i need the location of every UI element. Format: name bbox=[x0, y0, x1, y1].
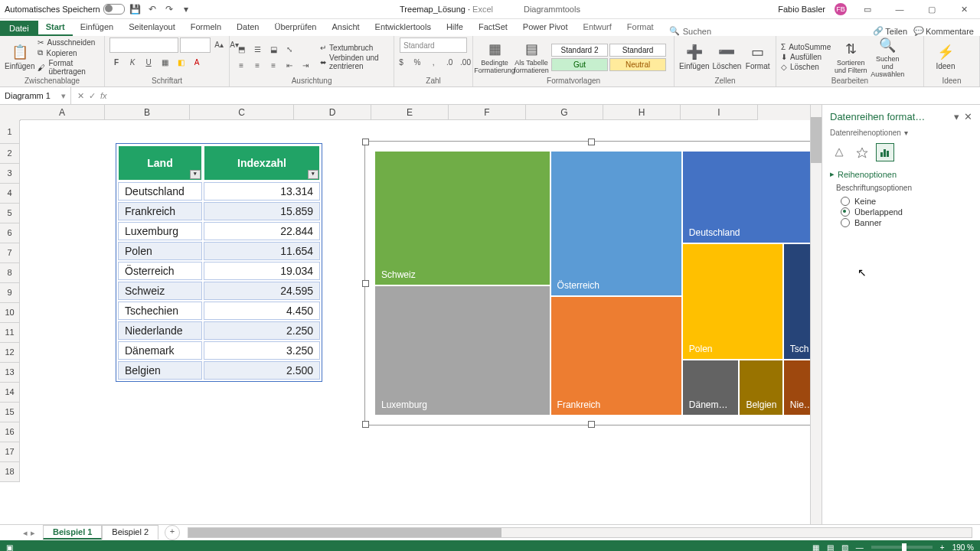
percent-icon[interactable]: % bbox=[410, 55, 424, 69]
name-box[interactable]: Diagramm 1 ▾ bbox=[0, 87, 71, 104]
orientation-icon[interactable]: ⤡ bbox=[283, 42, 296, 56]
col-header[interactable]: B bbox=[105, 105, 190, 120]
tab-power pivot[interactable]: Power Pivot bbox=[515, 19, 576, 36]
cell-land[interactable]: Polen bbox=[118, 242, 202, 260]
radio-icon[interactable] bbox=[841, 207, 850, 217]
tab-seitenlayout[interactable]: Seitenlayout bbox=[121, 19, 183, 36]
col-header[interactable]: H bbox=[603, 105, 681, 120]
filter-icon[interactable]: ▾ bbox=[190, 170, 201, 179]
table-row[interactable]: Schweiz24.595 bbox=[118, 282, 320, 300]
paste-button[interactable]: 📋Einfügen bbox=[5, 38, 34, 77]
sort-filter-button[interactable]: ⇅Sortieren und Filtern bbox=[834, 38, 867, 77]
avatar[interactable]: FB bbox=[835, 3, 847, 15]
qat-customize-icon[interactable]: ▾ bbox=[180, 3, 192, 15]
treemap-tile-polen[interactable]: Polen bbox=[682, 243, 783, 360]
col-header[interactable]: F bbox=[449, 105, 526, 120]
cell-land[interactable]: Tschechien bbox=[118, 302, 202, 320]
pane-close-icon[interactable]: ✕ bbox=[964, 111, 972, 122]
radio-icon[interactable] bbox=[841, 218, 850, 227]
table-row[interactable]: Belgien2.500 bbox=[118, 361, 320, 380]
tab-file[interactable]: Datei bbox=[0, 21, 38, 36]
align-top-icon[interactable]: ⬒ bbox=[234, 42, 248, 56]
tab-überprüfen[interactable]: Überprüfen bbox=[266, 19, 324, 36]
row-header[interactable]: 12 bbox=[0, 343, 20, 363]
bold-button[interactable]: F bbox=[109, 55, 123, 69]
row-header[interactable]: 11 bbox=[0, 323, 20, 343]
user-name[interactable]: Fabio Basler bbox=[778, 5, 825, 14]
table-row[interactable]: Polen11.654 bbox=[118, 242, 320, 260]
cell-land[interactable]: Dänemark bbox=[118, 341, 202, 360]
underline-button[interactable]: U bbox=[142, 55, 155, 69]
cell-indexzahl[interactable]: 2.250 bbox=[204, 321, 320, 340]
copy-button[interactable]: ⧉ Kopieren bbox=[38, 48, 100, 57]
treemap-tile-luxemburg[interactable]: Luxemburg bbox=[374, 285, 550, 416]
treemap-tile-dänemark[interactable]: Dänem… bbox=[682, 360, 740, 416]
toggle-off-icon[interactable] bbox=[103, 4, 125, 15]
cell-land[interactable]: Schweiz bbox=[118, 282, 202, 300]
view-normal-icon[interactable]: ▦ bbox=[812, 543, 819, 552]
view-pagelayout-icon[interactable]: ▤ bbox=[827, 543, 834, 552]
filter-icon[interactable]: ▾ bbox=[308, 170, 318, 179]
tab-daten[interactable]: Daten bbox=[229, 19, 266, 36]
row-header[interactable]: 10 bbox=[0, 303, 20, 323]
row-header[interactable]: 4 bbox=[0, 184, 20, 204]
row-header[interactable]: 14 bbox=[0, 383, 20, 403]
close-icon[interactable]: ✕ bbox=[952, 2, 975, 17]
autosave-toggle[interactable]: Automatisches Speichern bbox=[5, 4, 125, 15]
treemap-tile-belgien[interactable]: Belgien bbox=[739, 360, 782, 416]
decrease-decimal-icon[interactable]: .00 bbox=[459, 55, 472, 69]
increase-decimal-icon[interactable]: .0 bbox=[443, 55, 456, 69]
radio-überlappend[interactable]: Überlappend bbox=[841, 207, 972, 217]
zoom-in-button[interactable]: + bbox=[940, 543, 945, 552]
cell-land[interactable]: Luxemburg bbox=[118, 222, 202, 240]
col-header[interactable]: E bbox=[371, 105, 449, 120]
pane-options-icon[interactable]: ▾ bbox=[954, 111, 959, 122]
ribbon-mode-icon[interactable]: ▭ bbox=[856, 2, 879, 17]
cell-land[interactable]: Frankreich bbox=[118, 202, 202, 220]
wrap-text-button[interactable]: ↵ Textumbruch bbox=[320, 44, 389, 52]
treemap-tile-deutschland[interactable]: Deutschland bbox=[682, 151, 810, 243]
format-painter-button[interactable]: 🖌 Format übertragen bbox=[38, 59, 100, 76]
row-header[interactable]: 3 bbox=[0, 164, 20, 184]
vertical-scrollbar[interactable] bbox=[810, 105, 822, 524]
cell-land[interactable]: Niederlande bbox=[118, 321, 202, 340]
tab-format[interactable]: Format bbox=[619, 19, 662, 36]
ideas-button[interactable]: ⚡Ideen bbox=[929, 38, 962, 77]
maximize-icon[interactable]: ▢ bbox=[920, 2, 943, 17]
radio-icon[interactable] bbox=[841, 197, 850, 206]
record-macro-icon[interactable]: ▣ bbox=[6, 543, 13, 552]
insert-cells-button[interactable]: ➕Einfügen bbox=[679, 38, 709, 77]
undo-icon[interactable]: ↶ bbox=[146, 3, 158, 15]
zoom-slider[interactable] bbox=[871, 546, 933, 549]
treemap-tile-niederlande[interactable]: Nie… bbox=[783, 360, 810, 416]
align-right-icon[interactable]: ≡ bbox=[266, 58, 280, 72]
indent-increase-icon[interactable]: ⇥ bbox=[299, 58, 312, 72]
cut-button[interactable]: ✂ Ausschneiden bbox=[38, 38, 100, 47]
cell-indexzahl[interactable]: 13.314 bbox=[204, 182, 320, 201]
treemap-tile-schweiz[interactable]: Schweiz bbox=[374, 151, 550, 285]
clear-button[interactable]: ◇ Löschen bbox=[781, 63, 831, 71]
add-sheet-button[interactable]: + bbox=[165, 525, 180, 540]
col-header[interactable]: D bbox=[294, 105, 371, 120]
tab-einfügen[interactable]: Einfügen bbox=[73, 19, 121, 36]
sheet-nav-prev-icon[interactable]: ◂ bbox=[23, 528, 28, 538]
col-header[interactable]: A bbox=[20, 105, 105, 120]
col-header[interactable]: C bbox=[190, 105, 294, 120]
tab-start[interactable]: Start bbox=[38, 19, 73, 36]
row-header[interactable]: 17 bbox=[0, 442, 20, 462]
row-header[interactable]: 2 bbox=[0, 144, 20, 164]
number-format-select[interactable]: Standard bbox=[400, 37, 467, 53]
sheet-nav-next-icon[interactable]: ▸ bbox=[31, 528, 35, 538]
currency-icon[interactable]: $ bbox=[394, 55, 408, 69]
border-button[interactable]: ▦ bbox=[158, 55, 172, 69]
fill-line-tab-icon[interactable] bbox=[830, 143, 848, 161]
treemap-plot-area[interactable]: SchweizLuxemburgÖsterreichFrankreichDeut… bbox=[374, 151, 810, 416]
format-cells-button[interactable]: ▭Format bbox=[744, 38, 771, 77]
cell-indexzahl[interactable]: 2.500 bbox=[204, 361, 320, 380]
delete-cells-button[interactable]: ➖Löschen bbox=[713, 38, 742, 77]
row-header[interactable]: 16 bbox=[0, 422, 20, 442]
table-row[interactable]: Tschechien4.450 bbox=[118, 302, 320, 320]
fill-color-button[interactable]: ◧ bbox=[174, 55, 188, 69]
comments-button[interactable]: 💬 Kommentare bbox=[913, 26, 974, 36]
treemap-tile-österreich[interactable]: Österreich bbox=[550, 151, 682, 296]
